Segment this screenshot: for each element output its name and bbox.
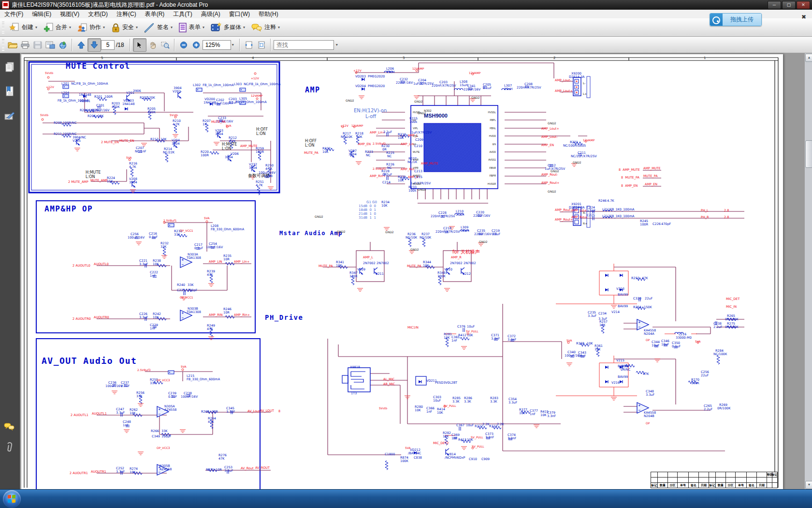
collaborate-icon (77, 22, 87, 33)
titleblock-cell: 分区 (725, 482, 736, 488)
main-toolbar: 创建▾ 合并▾ 协作▾ 安全▾ 签名▾ 表单▾ 多媒体▾ 注释▾ (0, 18, 812, 37)
titleblock-cell: 单号 (735, 482, 747, 488)
toolbar-grip[interactable] (2, 22, 4, 33)
print-button[interactable] (19, 39, 31, 51)
zoom-level-input[interactable]: 125% (203, 40, 231, 50)
form-icon (178, 22, 187, 33)
schematic-drawing (21, 54, 783, 489)
start-button[interactable] (3, 490, 21, 508)
menu-item[interactable]: 文档(D) (84, 10, 112, 19)
open-button[interactable] (6, 39, 19, 51)
pages-panel-button[interactable] (2, 60, 17, 75)
menu-bar: 文件(F)编辑(E)视图(V)文档(D)注释(C)表单(R)工具(T)高级(A)… (0, 10, 812, 19)
marquee-zoom-button[interactable] (159, 39, 172, 51)
select-tool-button[interactable] (133, 38, 146, 52)
minimize-button[interactable]: ─ (768, 1, 781, 9)
email-button[interactable] (44, 39, 57, 51)
attachments-panel-button[interactable] (2, 440, 17, 455)
scrollbar-thumb[interactable] (805, 140, 812, 168)
titleblock-cell: 数量 (715, 482, 726, 488)
menu-item[interactable]: 窗口(W) (225, 10, 254, 19)
titleblock-cell: 标记 (709, 482, 716, 488)
titleblock-cell: 日期 (698, 482, 709, 488)
find-input[interactable]: 查找 (274, 40, 334, 50)
menu-item[interactable]: 帮助(H) (254, 10, 283, 19)
vertical-scrollbar[interactable]: ▲ ▼ (804, 53, 812, 489)
combine-button[interactable]: 合并▾ (40, 20, 74, 35)
maximize-button[interactable]: ▢ (782, 1, 796, 9)
upload-web-button[interactable] (57, 39, 69, 51)
sign-button[interactable]: 签名▾ (141, 20, 175, 35)
previous-page-button[interactable] (75, 39, 87, 51)
menu-item[interactable]: 文件(F) (0, 10, 28, 19)
window-title: 康佳LED42IS97N(35016105板)液晶彩电线路原理图.pdf - A… (12, 1, 208, 9)
fit-page-button[interactable] (255, 39, 268, 51)
find-dropdown-arrow[interactable]: ▾ (336, 43, 338, 47)
zoom-dropdown-arrow[interactable]: ▾ (232, 43, 234, 47)
combine-icon (43, 22, 54, 33)
windows-taskbar: e 迅维网 Chinafix.com ? ▲ S ∞ ➤ ⬮ ✔ ☂ ◉ (0, 489, 812, 508)
save-button[interactable] (31, 39, 44, 51)
nav-toolbar: 5 /18 125% ▾ 查找 ▾ (0, 37, 812, 53)
menu-item[interactable]: 编辑(E) (28, 10, 56, 19)
titleblock-cell: 单号 (677, 482, 689, 488)
menu-item[interactable]: 视图(V) (56, 10, 84, 19)
collaborate-button[interactable]: 协作▾ (74, 20, 108, 35)
menu-item[interactable]: 表单(R) (141, 10, 169, 19)
scroll-down-icon[interactable]: ▼ (805, 481, 812, 489)
cloud-upload-button[interactable]: 拖拽上传 (710, 13, 762, 26)
pdf-file-icon (2, 1, 9, 9)
fit-width-button[interactable] (243, 39, 255, 51)
multimedia-button[interactable]: 多媒体▾ (207, 20, 248, 35)
comment-button[interactable]: 注释▾ (248, 20, 283, 35)
titleblock-cell: 签名 (688, 482, 699, 488)
comments-panel-button[interactable] (2, 420, 17, 434)
titleblock-cell: 数量 (657, 482, 668, 488)
next-page-button[interactable] (87, 38, 101, 52)
page-number-input[interactable]: 5 (101, 40, 115, 50)
close-button[interactable]: ✕ (797, 1, 810, 9)
menu-item[interactable]: 高级(A) (197, 10, 225, 19)
navigation-panel (0, 53, 20, 489)
scroll-up-icon[interactable]: ▲ (805, 54, 812, 62)
zoom-out-button[interactable] (177, 39, 190, 51)
forms-button[interactable]: 表单▾ (175, 20, 207, 35)
lock-icon (111, 22, 120, 33)
secure-button[interactable]: 安全▾ (108, 20, 141, 35)
menu-item[interactable]: 注释(C) (112, 10, 141, 19)
toolbar-close-icon[interactable]: ✖ (801, 14, 806, 20)
titleblock-cell: 日期 (756, 482, 767, 488)
create-icon (9, 22, 20, 33)
signatures-panel-button[interactable] (2, 109, 17, 124)
hand-tool-button[interactable] (146, 39, 159, 51)
toolbar-grip[interactable] (2, 39, 4, 51)
document-area: 54321MUTE ControlAMP&HP OPAV_OUT Audio O… (0, 53, 812, 489)
film-icon (210, 22, 222, 33)
page-total-label: /18 (116, 42, 124, 48)
create-button[interactable]: 创建▾ (6, 20, 40, 35)
acrobat-window: 康佳LED42IS97N(35016105板)液晶彩电线路原理图.pdf - A… (0, 0, 812, 508)
baidu-cloud-icon (710, 14, 723, 26)
titleblock-cell: 签名 (746, 482, 757, 488)
titleblock-cell: 分区 (667, 482, 678, 488)
pen-icon (144, 22, 155, 33)
menu-item[interactable]: 工具(T) (169, 10, 196, 19)
titleblock-cell: 标记 (651, 482, 658, 488)
zoom-in-button[interactable] (190, 39, 203, 51)
bookmarks-panel-button[interactable] (2, 84, 17, 99)
pdf-page[interactable]: 54321MUTE ControlAMP&HP OPAV_OUT Audio O… (21, 54, 783, 489)
titleblock-cell (772, 482, 778, 488)
upload-label: 拖拽上传 (723, 14, 761, 26)
comment-icon (251, 22, 262, 33)
title-bar: 康佳LED42IS97N(35016105板)液晶彩电线路原理图.pdf - A… (0, 0, 812, 10)
